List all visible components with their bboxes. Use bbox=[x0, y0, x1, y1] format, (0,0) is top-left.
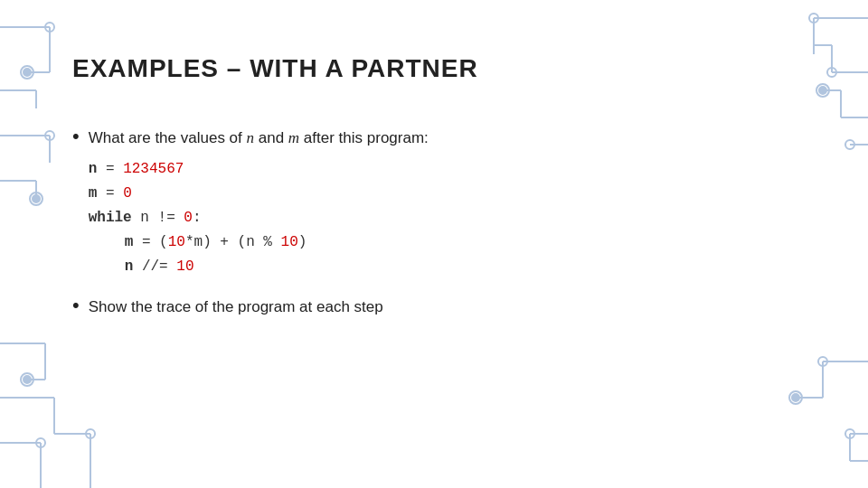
svg-point-37 bbox=[86, 429, 95, 438]
svg-point-17 bbox=[809, 14, 818, 23]
slide-title: EXAMPLES – WITH A PARTNER bbox=[72, 54, 478, 83]
bullet-dot-2: • bbox=[72, 294, 80, 317]
svg-point-51 bbox=[845, 429, 854, 438]
code-m2: m bbox=[125, 234, 134, 250]
code-eq1: = bbox=[97, 161, 123, 177]
code-10b: 10 bbox=[281, 234, 298, 250]
var-m: m bbox=[288, 129, 299, 146]
code-n2: n bbox=[125, 258, 134, 275]
svg-point-26 bbox=[819, 87, 826, 94]
code-line-2: m = 0 bbox=[89, 182, 429, 206]
svg-point-32 bbox=[21, 373, 33, 386]
svg-point-25 bbox=[816, 84, 829, 97]
bullet-2-text: Show the trace of the program at each st… bbox=[89, 296, 383, 319]
code-floorop: //= bbox=[133, 258, 176, 275]
bullet-1-text: What are the values of n and m after thi… bbox=[89, 129, 429, 146]
code-val2: 0 bbox=[123, 185, 132, 202]
bullet-dot-1: • bbox=[72, 125, 80, 148]
code-line-3: while n != 0: bbox=[89, 206, 429, 230]
code-val1: 1234567 bbox=[123, 161, 184, 177]
code-n1: n bbox=[89, 161, 98, 177]
svg-point-46 bbox=[789, 391, 802, 404]
bullet-2: • Show the trace of the program at each … bbox=[72, 296, 796, 319]
bullet-1: • What are the values of n and m after t… bbox=[72, 127, 796, 279]
svg-point-9 bbox=[24, 69, 31, 76]
code-line-5: n //= 10 bbox=[89, 255, 429, 279]
svg-point-3 bbox=[45, 23, 54, 32]
svg-point-4 bbox=[21, 66, 33, 79]
code-10a: 10 bbox=[168, 234, 185, 250]
code-block: n = 1234567 m = 0 while n != 0: m = (10*… bbox=[89, 157, 429, 280]
code-zero: 0 bbox=[184, 210, 193, 226]
svg-point-44 bbox=[818, 357, 827, 366]
svg-point-10 bbox=[45, 131, 54, 140]
slide: EXAMPLES – WITH A PARTNER • What are the… bbox=[0, 0, 868, 488]
svg-point-40 bbox=[36, 438, 45, 447]
code-assign2: = ( bbox=[133, 234, 167, 250]
svg-point-13 bbox=[30, 192, 42, 205]
code-paren: ) bbox=[298, 234, 307, 250]
code-line-1: n = 1234567 bbox=[89, 157, 429, 182]
svg-point-47 bbox=[792, 394, 799, 401]
code-mul: *m) + (n % bbox=[185, 234, 281, 250]
code-10c: 10 bbox=[176, 258, 193, 275]
svg-point-28 bbox=[845, 140, 854, 149]
code-line-4: m = (10*m) + (n % 10) bbox=[89, 230, 429, 255]
bullet-1-content: What are the values of n and m after thi… bbox=[89, 127, 429, 279]
var-n: n bbox=[247, 129, 255, 146]
svg-point-14 bbox=[33, 195, 40, 202]
code-while: while bbox=[89, 210, 132, 226]
code-colon: : bbox=[193, 210, 202, 226]
code-m1: m bbox=[89, 185, 98, 202]
slide-content: • What are the values of n and m after t… bbox=[72, 127, 796, 335]
code-cond: n != bbox=[132, 210, 184, 226]
svg-point-21 bbox=[827, 68, 836, 77]
code-eq2: = bbox=[97, 185, 123, 202]
svg-point-33 bbox=[24, 376, 31, 383]
